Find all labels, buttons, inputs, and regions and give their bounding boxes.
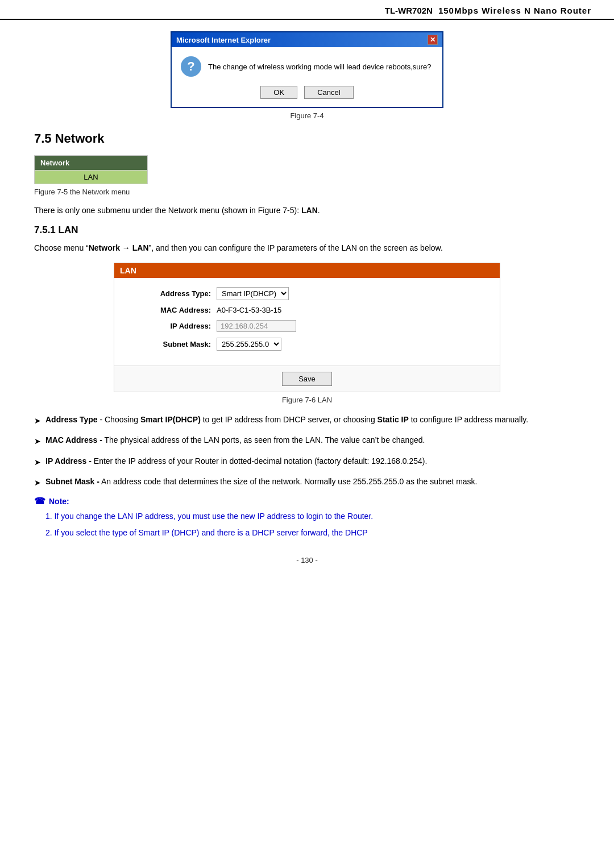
page-header: TL-WR702N 150Mbps Wireless N Nano Router <box>0 0 614 20</box>
body-text-2: Choose menu “Network → LAN”, and then yo… <box>34 242 580 254</box>
lan-widget-header: LAN <box>114 263 500 278</box>
note-item-1: If you change the LAN IP address, you mu… <box>45 510 580 522</box>
lan-address-type-select[interactable]: Smart IP(DHCP) Static IP <box>217 287 289 300</box>
model-name: TL-WR702N <box>385 6 433 15</box>
network-menu-lan-item[interactable]: LAN <box>35 170 147 184</box>
lan-subnet-mask-row: Subnet Mask: 255.255.255.0 <box>131 338 483 351</box>
bullet-mac-address: ➤ MAC Address - The physical address of … <box>34 434 580 447</box>
note-list: If you change the LAN IP address, you mu… <box>45 510 580 539</box>
bullet-subnet-mask: ➤ Subnet Mask - An address code that det… <box>34 475 580 489</box>
dialog-cancel-button[interactable]: Cancel <box>304 86 353 99</box>
bullet-arrow-4: ➤ <box>34 476 41 489</box>
page-number: - 130 - <box>34 556 580 564</box>
bullet-arrow-3: ➤ <box>34 456 41 468</box>
body-text-1: There is only one submenu under the Netw… <box>34 204 580 217</box>
dialog-container: Microsoft Internet Explorer ✕ ? The chan… <box>34 31 580 108</box>
dialog-box: Microsoft Internet Explorer ✕ ? The chan… <box>171 31 443 108</box>
lan-mac-address-label: MAC Address: <box>131 306 217 314</box>
lan-subnet-mask-value[interactable]: 255.255.255.0 <box>217 338 281 351</box>
dialog-title: Microsoft Internet Explorer <box>176 36 271 44</box>
dialog-question-icon: ? <box>181 56 201 77</box>
lan-subnet-mask-select[interactable]: 255.255.255.0 <box>217 338 281 351</box>
bullet-ip-address: ➤ IP Address - Enter the IP address of y… <box>34 455 580 468</box>
lan-address-type-label: Address Type: <box>131 289 217 298</box>
dialog-buttons: OK Cancel <box>172 82 442 107</box>
main-content: Microsoft Internet Explorer ✕ ? The chan… <box>0 31 614 587</box>
network-menu-header: Network <box>35 156 147 170</box>
note-label: Note: <box>49 497 69 506</box>
lan-ip-address-value[interactable] <box>217 320 296 332</box>
bullet-ip-address-text: IP Address - Enter the IP address of you… <box>45 455 427 467</box>
dialog-message: The change of wireless working mode will… <box>208 63 431 71</box>
bullet-arrow-1: ➤ <box>34 414 41 427</box>
note-item-2: If you select the type of Smart IP (DHCP… <box>45 526 580 539</box>
bullet-address-type: ➤ Address Type - Choosing Smart IP(DHCP)… <box>34 413 580 427</box>
network-menu-widget: Network LAN <box>34 155 148 184</box>
dialog-titlebar: Microsoft Internet Explorer ✕ <box>172 32 442 47</box>
figure6-label: Figure 7-6 LAN <box>34 396 580 404</box>
lan-widget: LAN Address Type: Smart IP(DHCP) Static … <box>114 263 500 392</box>
lan-save-button[interactable]: Save <box>282 372 332 386</box>
bullet-arrow-2: ➤ <box>34 435 41 447</box>
note-phone-icon: ☎ <box>34 496 45 506</box>
bullet-mac-address-text: MAC Address - The physical address of th… <box>45 434 425 446</box>
lan-ip-address-input[interactable] <box>217 320 296 332</box>
lan-widget-body: Address Type: Smart IP(DHCP) Static IP M… <box>114 278 500 366</box>
lan-address-type-row: Address Type: Smart IP(DHCP) Static IP <box>131 287 483 300</box>
figure5-label: Figure 7-5 the Network menu <box>34 188 580 196</box>
lan-address-type-value[interactable]: Smart IP(DHCP) Static IP <box>217 287 289 300</box>
section-heading: 7.5 Network <box>34 131 580 146</box>
subsection-heading-lan: 7.5.1 LAN <box>34 225 580 236</box>
lan-ip-address-row: IP Address: <box>131 320 483 332</box>
note-section: ☎ Note: If you change the LAN IP address… <box>34 496 580 539</box>
dialog-close-button[interactable]: ✕ <box>428 35 438 45</box>
lan-mac-address-value: A0-F3-C1-53-3B-15 <box>217 306 281 314</box>
lan-subnet-mask-label: Subnet Mask: <box>131 340 217 348</box>
lan-ip-address-label: IP Address: <box>131 322 217 330</box>
figure4-label: Figure 7-4 <box>34 111 580 120</box>
bullet-list: ➤ Address Type - Choosing Smart IP(DHCP)… <box>34 413 580 489</box>
bullet-subnet-mask-text: Subnet Mask - An address code that deter… <box>45 475 478 488</box>
dialog-ok-button[interactable]: OK <box>260 86 297 99</box>
header-description: 150Mbps Wireless N Nano Router <box>438 6 591 15</box>
bullet-address-type-text: Address Type - Choosing Smart IP(DHCP) t… <box>45 413 528 426</box>
note-header: ☎ Note: <box>34 496 580 506</box>
lan-widget-footer: Save <box>114 366 500 392</box>
dialog-body: ? The change of wireless working mode wi… <box>172 47 442 82</box>
lan-mac-address-row: MAC Address: A0-F3-C1-53-3B-15 <box>131 306 483 314</box>
